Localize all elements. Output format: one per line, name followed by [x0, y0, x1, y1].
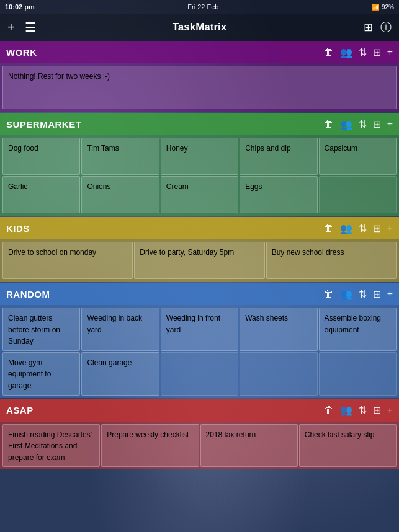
task-card[interactable]: Garlic [2, 176, 80, 213]
task-card[interactable]: Move gym equipment to garage [2, 352, 80, 396]
section-work-title: WORK [6, 47, 37, 58]
task-card[interactable]: Honey [161, 138, 238, 175]
kids-share-icon[interactable]: 👥 [340, 223, 352, 234]
asap-share-icon[interactable]: 👥 [340, 404, 352, 416]
info-button[interactable]: ⓘ [380, 20, 392, 35]
task-card[interactable]: Dog food [2, 138, 80, 175]
task-text: Finish reading Descartes' First Meditati… [8, 430, 92, 462]
task-card[interactable]: Wash sheets [240, 308, 317, 351]
work-grid-icon[interactable]: ⊞ [373, 47, 381, 58]
filter-button[interactable]: ☰ [25, 20, 36, 35]
task-card-empty[interactable] [319, 176, 397, 213]
section-kids-icons: 🗑 👥 ⇅ ⊞ + [324, 223, 393, 234]
kids-task-grid: Drive to school on monday Drive to party… [0, 239, 399, 282]
task-card[interactable]: Weeding in front yard [161, 308, 238, 351]
section-random-title: RANDOM [6, 289, 50, 299]
section-work-icons: 🗑 👥 ⇅ ⊞ + [324, 47, 393, 58]
task-card[interactable]: Onions [81, 176, 159, 213]
task-text: Chips and dip [245, 144, 290, 153]
random-share-icon[interactable]: 👥 [340, 288, 352, 300]
random-sort-icon[interactable]: ⇅ [359, 288, 367, 300]
section-asap-icons: 🗑 👥 ⇅ ⊞ + [324, 404, 393, 416]
task-text: Assemble boxing equipment [325, 314, 381, 334]
task-card[interactable]: 2018 tax return [200, 424, 298, 468]
section-random-header: RANDOM 🗑 👥 ⇅ ⊞ + [0, 283, 399, 305]
section-work-header: WORK 🗑 👥 ⇅ ⊞ + [0, 41, 399, 63]
task-card[interactable]: Drive to party, Saturday 5pm [134, 242, 264, 279]
section-random-icons: 🗑 👥 ⇅ ⊞ + [324, 288, 393, 300]
task-card[interactable]: Drive to school on monday [2, 242, 133, 279]
task-text: Move gym equipment to garage [8, 358, 51, 390]
task-card-empty[interactable] [240, 352, 317, 396]
section-kids-title: KIDS [6, 223, 30, 234]
app-title: TaskMatrix [173, 21, 227, 33]
random-grid-icon[interactable]: ⊞ [373, 288, 381, 300]
task-text: Nothing! Rest for two weeks :-) [8, 72, 110, 81]
task-text: Drive to school on monday [8, 248, 96, 257]
task-card[interactable]: Clean gutters before storm on Sunday [2, 308, 80, 351]
task-card[interactable]: Capsicum [319, 138, 397, 175]
work-add-icon[interactable]: + [387, 47, 393, 58]
section-supermarket: SUPERMARKET 🗑 👥 ⇅ ⊞ + Dog food Tim Tams … [0, 113, 399, 216]
section-supermarket-header: SUPERMARKET 🗑 👥 ⇅ ⊞ + [0, 113, 399, 135]
kids-add-icon[interactable]: + [387, 223, 393, 234]
section-kids: KIDS 🗑 👥 ⇅ ⊞ + Drive to school on monday… [0, 217, 399, 282]
work-sort-icon[interactable]: ⇅ [359, 47, 367, 58]
asap-add-icon[interactable]: + [387, 405, 393, 416]
task-card[interactable]: Check last salary slip [299, 424, 397, 468]
task-text: Dog food [8, 144, 38, 153]
section-supermarket-title: SUPERMARKET [6, 119, 81, 130]
section-work: WORK 🗑 👥 ⇅ ⊞ + Nothing! Rest for two wee… [0, 41, 399, 112]
supermarket-task-grid: Dog food Tim Tams Honey Chips and dip Ca… [0, 135, 399, 216]
task-text: Drive to party, Saturday 5pm [140, 248, 234, 257]
status-time: 10:02 pm [5, 3, 35, 11]
task-card[interactable]: Cream [161, 176, 238, 213]
section-random: RANDOM 🗑 👥 ⇅ ⊞ + Clean gutters before st… [0, 283, 399, 398]
task-card-empty[interactable] [319, 352, 397, 396]
task-text: Prepare weekly checklist [107, 430, 189, 439]
task-text: Eggs [245, 182, 262, 191]
task-card[interactable]: Prepare weekly checklist [101, 424, 199, 468]
task-card[interactable]: Clean garage [81, 352, 159, 396]
work-trash-icon[interactable]: 🗑 [324, 47, 334, 58]
random-trash-icon[interactable]: 🗑 [324, 288, 334, 299]
nav-left: + ☰ [7, 20, 36, 35]
task-text: Weeding in back yard [87, 314, 142, 334]
random-task-grid: Clean gutters before storm on Sunday Wee… [0, 305, 399, 398]
work-share-icon[interactable]: 👥 [340, 47, 352, 58]
supermarket-grid-icon[interactable]: ⊞ [373, 118, 381, 130]
random-add-icon[interactable]: + [387, 288, 393, 299]
kids-grid-icon[interactable]: ⊞ [373, 223, 381, 234]
asap-trash-icon[interactable]: 🗑 [324, 405, 334, 416]
kids-trash-icon[interactable]: 🗑 [324, 223, 334, 234]
section-asap-header: ASAP 🗑 👥 ⇅ ⊞ + [0, 399, 399, 422]
section-asap-title: ASAP [6, 405, 34, 415]
task-text: Check last salary slip [305, 430, 375, 439]
task-text: Honey [166, 144, 188, 153]
supermarket-share-icon[interactable]: 👥 [340, 118, 352, 130]
task-card[interactable]: Weeding in back yard [81, 308, 159, 351]
task-card-empty[interactable] [161, 352, 238, 396]
task-card[interactable]: Nothing! Rest for two weeks :-) [2, 66, 397, 109]
task-text: Capsicum [325, 144, 357, 153]
task-card[interactable]: Eggs [240, 176, 317, 213]
supermarket-trash-icon[interactable]: 🗑 [324, 118, 334, 130]
nav-right: ⊞ ⓘ [364, 20, 392, 35]
supermarket-add-icon[interactable]: + [387, 118, 393, 130]
kids-sort-icon[interactable]: ⇅ [359, 223, 367, 234]
main-content: WORK 🗑 👥 ⇅ ⊞ + Nothing! Rest for two wee… [0, 41, 399, 532]
task-text: Garlic [8, 182, 27, 191]
supermarket-sort-icon[interactable]: ⇅ [359, 118, 367, 130]
task-card[interactable]: Finish reading Descartes' First Meditati… [2, 424, 100, 468]
grid-view-button[interactable]: ⊞ [364, 20, 373, 34]
task-card[interactable]: Buy new school dress [266, 242, 397, 279]
task-card[interactable]: Tim Tams [81, 138, 159, 175]
task-card[interactable]: Assemble boxing equipment [319, 308, 397, 351]
task-card[interactable]: Chips and dip [240, 138, 317, 175]
asap-grid-icon[interactable]: ⊞ [373, 404, 381, 416]
asap-sort-icon[interactable]: ⇅ [359, 404, 367, 416]
task-text: Buy new school dress [272, 248, 344, 257]
task-text: Weeding in front yard [166, 314, 220, 334]
task-text: 2018 tax return [206, 430, 256, 439]
add-task-button[interactable]: + [7, 20, 15, 35]
